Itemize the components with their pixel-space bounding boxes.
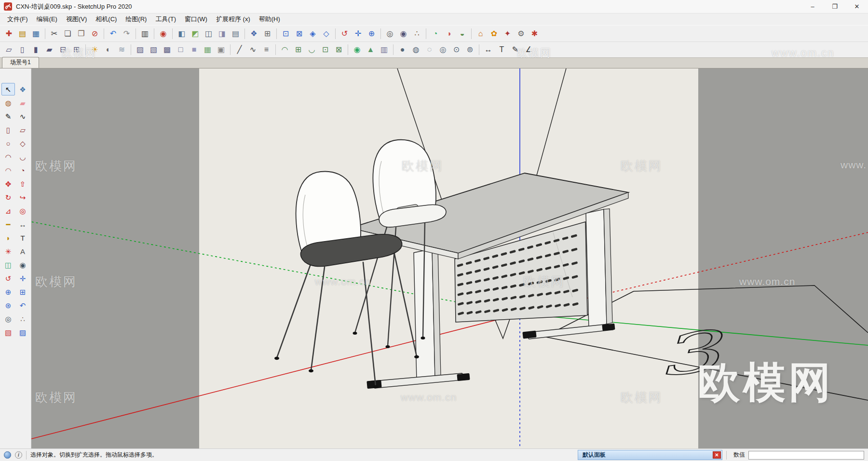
view-front-icon[interactable]: ▮ (29, 43, 42, 56)
move-cube-icon[interactable]: ⊡ (279, 27, 292, 40)
shadows-icon[interactable]: ☀ (88, 43, 101, 56)
rotated-rectangle-tool[interactable]: ▱ (16, 123, 29, 136)
warehouse-icon[interactable]: ⌂ (474, 27, 487, 40)
freehand-tool[interactable]: ∿ (16, 110, 29, 122)
section-display-icon[interactable]: ◒ (456, 27, 469, 40)
zoom-tool[interactable]: ⊕ (1, 285, 15, 298)
save-icon[interactable]: ▦ (29, 27, 42, 40)
zoom-extents-tool[interactable]: ⊛ (1, 299, 15, 312)
menu-item-4[interactable]: 绘图(R) (121, 14, 151, 25)
view-top-icon[interactable]: ▯ (16, 43, 29, 56)
shadow-settings-icon[interactable]: ◐ (102, 43, 115, 56)
layout-icon[interactable]: ✦ (501, 27, 514, 40)
solid-trim-icon[interactable]: ◎ (436, 43, 449, 56)
section-cut-toggle-tool[interactable]: ▨ (16, 326, 29, 339)
hidden-line-icon[interactable]: □ (174, 43, 187, 56)
make-component-tool[interactable]: ❖ (16, 83, 29, 95)
new-icon[interactable]: ✚ (2, 27, 15, 40)
add-location-icon[interactable]: ◉ (351, 43, 364, 56)
monochrome-icon[interactable]: ▣ (215, 43, 228, 56)
tray-close-button[interactable]: ✕ (713, 451, 721, 459)
stamp-icon[interactable]: ⊡ (319, 43, 332, 56)
model-canvas[interactable]: 3 (31, 68, 868, 448)
axes-tool[interactable]: ✳ (1, 245, 15, 258)
maximize-button[interactable]: ❐ (824, 0, 846, 14)
arc-tool[interactable]: ◠ (1, 150, 15, 163)
open-icon[interactable]: ▤ (16, 27, 29, 40)
push-cube-icon[interactable]: ◇ (320, 27, 333, 40)
menu-item-6[interactable]: 窗口(W) (180, 14, 212, 25)
position-camera-tool[interactable]: ◉ (16, 258, 29, 271)
materials-icon[interactable]: ◩ (189, 27, 202, 40)
close-button[interactable]: ✕ (846, 0, 868, 14)
two-point-arc-tool[interactable]: ◡ (16, 150, 29, 163)
view-left-icon[interactable]: ⊞ (70, 43, 83, 56)
sandbox-scratch-icon[interactable]: ⊞ (292, 43, 305, 56)
follow-me-tool[interactable]: ↪ (16, 191, 29, 203)
offset-tool[interactable]: ◎ (16, 204, 29, 217)
cut-icon[interactable]: ✂ (48, 27, 61, 40)
credits-icon[interactable]: i (15, 451, 22, 459)
make-component-icon[interactable]: ❖ (247, 27, 260, 40)
three-point-arc-tool[interactable]: ◠ (1, 164, 15, 176)
layers-icon[interactable]: ▤ (229, 27, 242, 40)
tape-measure-tool[interactable]: ━ (1, 218, 15, 230)
menu-item-2[interactable]: 视图(V) (62, 14, 91, 25)
preferences-icon[interactable]: ⚙ (515, 27, 528, 40)
default-tray-header[interactable]: 默认面板 ✕ (578, 450, 722, 460)
section-plane-tool[interactable]: ◫ (1, 258, 15, 271)
polygon-tool[interactable]: ◇ (16, 137, 29, 149)
line-tool[interactable]: ✎ (1, 110, 15, 122)
rotate-cube-icon[interactable]: ⊠ (293, 27, 306, 40)
drape-icon[interactable]: ⊠ (332, 43, 345, 56)
orbit-icon[interactable]: ↺ (338, 27, 351, 40)
orbit-tool[interactable]: ↺ (1, 272, 15, 285)
walk-icon[interactable]: ∴ (410, 27, 423, 40)
scale-cube-icon[interactable]: ◈ (306, 27, 319, 40)
back-edges-icon[interactable]: ▧ (147, 43, 160, 56)
eraser-tool[interactable]: ▰ (16, 96, 29, 109)
undo-icon[interactable]: ↶ (107, 27, 120, 40)
text-3d-icon[interactable]: ✎ (509, 43, 522, 56)
select-tool[interactable]: ↖ (1, 83, 15, 95)
zoom-window-tool[interactable]: ⊞ (16, 285, 29, 298)
extension-warehouse-icon[interactable]: ✿ (488, 27, 501, 40)
fog-icon[interactable]: ≋ (115, 43, 128, 56)
rectangle-tool[interactable]: ▯ (1, 123, 15, 136)
photo-textures-icon[interactable]: ▥ (378, 43, 391, 56)
solid-split-icon[interactable]: ⊚ (463, 43, 476, 56)
redo-icon[interactable]: ↷ (120, 27, 133, 40)
text-icon[interactable]: T (495, 43, 508, 56)
menu-item-0[interactable]: 文件(F) (3, 14, 32, 25)
components-icon[interactable]: ◫ (202, 27, 215, 40)
menu-item-8[interactable]: 帮助(H) (255, 14, 285, 25)
solid-intersect-icon[interactable]: ⊙ (450, 43, 463, 56)
zoom-previous-tool[interactable]: ↶ (16, 299, 29, 312)
print-icon[interactable]: ▥ (138, 27, 151, 40)
solid-outer-shell-icon[interactable]: ● (396, 43, 409, 56)
pan-icon[interactable]: ✛ (352, 27, 365, 40)
geolocation-icon[interactable] (4, 451, 11, 459)
menu-item-7[interactable]: 扩展程序 (x) (212, 14, 255, 25)
entity-info-icon[interactable]: ◧ (175, 27, 188, 40)
styles-icon[interactable]: ◨ (216, 27, 229, 40)
zoom-selection-icon[interactable]: ⊕ (365, 27, 378, 40)
section-fill-icon[interactable]: ◑ (442, 27, 455, 40)
erase-icon[interactable]: ⊘ (88, 27, 101, 40)
depth-cue-icon[interactable]: ≡ (260, 43, 273, 56)
viewport[interactable]: 3 (31, 68, 868, 448)
text-tool[interactable]: T (16, 231, 29, 244)
section-plane-icon[interactable]: ◔ (429, 27, 442, 40)
solid-union-icon[interactable]: ◍ (409, 43, 422, 56)
pie-tool[interactable]: ◔ (16, 164, 29, 176)
dimension-tool[interactable]: ↔ (16, 218, 29, 230)
rotate-tool[interactable]: ↻ (1, 191, 15, 203)
position-camera-icon[interactable]: ◎ (383, 27, 396, 40)
shaded-icon[interactable]: ■ (188, 43, 201, 56)
measurements-input[interactable] (748, 451, 864, 460)
angle-icon[interactable]: ∠ (522, 43, 535, 56)
view-right-icon[interactable]: ▰ (43, 43, 56, 56)
menu-item-5[interactable]: 工具(T) (151, 14, 180, 25)
walk-tool[interactable]: ∴ (16, 312, 29, 325)
copy-icon[interactable]: ❏ (61, 27, 74, 40)
